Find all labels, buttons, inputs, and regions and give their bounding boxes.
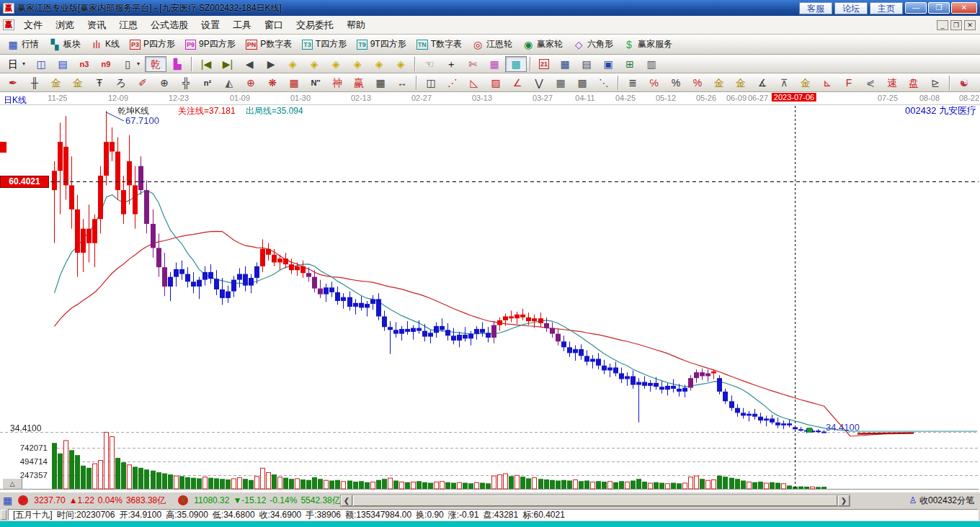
quote-grid-icon[interactable]: ▦ xyxy=(3,495,12,506)
percent-strike-button[interactable]: ℅ xyxy=(643,75,665,91)
color-chart-button[interactable]: ▙ xyxy=(166,56,188,72)
channel-tool-button[interactable]: ≣ xyxy=(622,75,643,91)
ray-fan-button[interactable]: ⋰ xyxy=(442,75,463,91)
shen-tool-button[interactable]: 神 xyxy=(326,75,348,91)
winner-wheel-button[interactable]: ◉ 赢家轮 xyxy=(517,36,568,53)
pen-angle-button[interactable]: ∡ xyxy=(752,75,773,91)
gold-under-button[interactable]: 金 xyxy=(795,75,816,91)
menu-item[interactable]: 设置 xyxy=(195,17,226,34)
gann-diamond-left-button[interactable]: ◈ xyxy=(282,56,303,72)
hand-tool-button[interactable]: ☜ xyxy=(419,56,440,72)
infinity-button[interactable]: ∞ xyxy=(975,75,980,91)
su-tool-button[interactable]: 速 xyxy=(881,75,903,91)
angle-tool-button[interactable]: ◭ xyxy=(218,75,240,91)
square-grid2-button[interactable]: ▩ xyxy=(571,75,593,91)
candle-style-button[interactable]: ▯ ▾ xyxy=(117,56,145,72)
gann-diamond-expand-button[interactable]: ◈ xyxy=(347,56,368,72)
home-button[interactable]: 主页 xyxy=(870,2,903,14)
dart-tool-button[interactable]: ✐ xyxy=(132,75,153,91)
menu-item[interactable]: 江恩 xyxy=(112,17,144,34)
next-button[interactable]: ▶ xyxy=(260,56,282,72)
tick-data-status[interactable]: ♙ 收002432分笔 xyxy=(909,495,974,507)
restore-button[interactable]: ❐ xyxy=(928,2,950,14)
qiankun-kline-button[interactable]: 乾 xyxy=(145,56,166,72)
gold-circle-button[interactable]: 金 xyxy=(708,75,730,91)
n-mark-button[interactable]: Ν″ xyxy=(305,75,326,91)
resist-tool-button[interactable]: ⊵ xyxy=(925,75,946,91)
pattern-tool-button[interactable]: ▦ xyxy=(484,56,505,72)
gann-diamond-all-button[interactable]: ◈ xyxy=(390,56,411,72)
menu-item[interactable]: 帮助 xyxy=(340,17,372,34)
kline-button[interactable]: ılı K线 xyxy=(86,36,125,53)
child-minimize-button[interactable]: _ xyxy=(937,20,948,30)
gann-diamond-v-button[interactable]: ◈ xyxy=(368,56,390,72)
scroll-left-arrow[interactable]: ❮ xyxy=(341,495,352,506)
t-square-button[interactable]: T3 T四方形 xyxy=(297,36,352,53)
quotes-button[interactable]: ▦ 行情 xyxy=(2,36,44,53)
child-restore-button[interactable]: ❐ xyxy=(950,20,962,30)
gann-wheel-button[interactable]: ◎ 江恩轮 xyxy=(467,36,517,53)
web-grid-button[interactable]: ▦ xyxy=(283,75,305,91)
menu-item[interactable]: 浏览 xyxy=(49,17,81,34)
trend-angle-button[interactable]: ∠ xyxy=(507,75,528,91)
sz-index[interactable]: 深 11080.32 ▼-15.12 -0.14% 5542.38亿 xyxy=(176,495,341,507)
winner-service-button[interactable]: $ 赢家服务 xyxy=(618,36,677,53)
print-button[interactable]: ▥ xyxy=(641,56,662,72)
forum-button[interactable]: 论坛 xyxy=(834,2,868,14)
wave-tool-button[interactable]: ⊼ xyxy=(773,75,795,91)
service-button[interactable]: 客服 xyxy=(799,2,832,14)
period-day-button[interactable]: 日 ▾ xyxy=(2,56,30,72)
sectors-button[interactable]: ▚ 板块 xyxy=(44,36,86,53)
angle-fan-button[interactable]: ◺ xyxy=(463,75,485,91)
p-table-button[interactable]: PN P数字表 xyxy=(241,36,298,53)
menu-item[interactable]: 窗口 xyxy=(258,17,290,34)
fib-tool-button[interactable]: Ŧ xyxy=(89,75,110,91)
menu-item[interactable]: 工具 xyxy=(226,17,258,34)
crosshair-tool-button[interactable]: ＋ xyxy=(440,56,462,72)
p-square-button[interactable]: P3 P四方形 xyxy=(125,36,180,53)
send-button[interactable]: ⊞ xyxy=(619,56,641,72)
pan-tool-button[interactable]: 盘 xyxy=(903,75,925,91)
gann-diamond-h-button[interactable]: ◈ xyxy=(325,56,347,72)
yinyang-button[interactable]: ☯ xyxy=(953,75,975,91)
9p-square-button[interactable]: P9 9P四方形 xyxy=(180,36,241,53)
menu-item[interactable]: 交易委托 xyxy=(290,17,340,34)
spider-web-button[interactable]: ❋ xyxy=(262,75,283,91)
gold-grid-button[interactable]: 金 xyxy=(67,75,89,91)
n9-chart-button[interactable]: n9 xyxy=(95,56,117,72)
square-grid-button[interactable]: ▦ xyxy=(550,75,571,91)
percent-red-button[interactable]: % xyxy=(687,75,708,91)
chart-scrollbar[interactable]: ❮ ❯ xyxy=(340,495,850,507)
spiral-tool-button[interactable]: ろ xyxy=(110,75,132,91)
percent-button[interactable]: % xyxy=(665,75,687,91)
save-button[interactable]: ▣ xyxy=(597,56,619,72)
chart-type-button[interactable]: ◫ xyxy=(30,56,52,72)
gold-line-button[interactable]: 金 xyxy=(730,75,752,91)
info-panel-button[interactable]: ▤ xyxy=(52,56,74,72)
volume-expand-button[interactable]: △ xyxy=(2,478,22,490)
gann-compass-button[interactable]: ⊕ xyxy=(240,75,262,91)
menu-item[interactable]: 公式选股 xyxy=(144,17,195,34)
map-tool-button[interactable]: ▩ xyxy=(505,56,527,72)
h-measure-button[interactable]: ↔ xyxy=(391,75,413,91)
scroll-right-arrow[interactable]: ❯ xyxy=(838,495,850,506)
menu-item[interactable]: 文件 xyxy=(17,17,49,34)
n-square-button[interactable]: n² xyxy=(197,75,218,91)
grid-fan-button[interactable]: ▨ xyxy=(485,75,507,91)
grid-tool-button[interactable]: ╫ xyxy=(24,75,45,91)
prev-button[interactable]: ◀ xyxy=(239,56,260,72)
child-close-button[interactable]: ✕ xyxy=(964,20,976,30)
lines-grid-button[interactable]: ╬ xyxy=(175,75,197,91)
menu-item[interactable]: 资讯 xyxy=(81,17,112,34)
price-grid-button[interactable]: ▦ xyxy=(370,75,391,91)
mark-tool-button[interactable]: ✄ xyxy=(462,56,484,72)
last-page-button[interactable]: ▶| xyxy=(217,56,239,72)
9t-square-button[interactable]: T9 9T四方形 xyxy=(352,36,411,53)
gann-diamond-right-button[interactable]: ◈ xyxy=(303,56,325,72)
speed-line-button[interactable]: ⋞ xyxy=(860,75,881,91)
parallel-lines-button[interactable]: ⋱ xyxy=(593,75,615,91)
j-angle-button[interactable]: ⊾ xyxy=(816,75,838,91)
calculator-button[interactable]: ▦ xyxy=(554,56,576,72)
circle-cross-button[interactable]: ⊕ xyxy=(153,75,175,91)
calendar-button[interactable]: 21 xyxy=(534,57,554,71)
